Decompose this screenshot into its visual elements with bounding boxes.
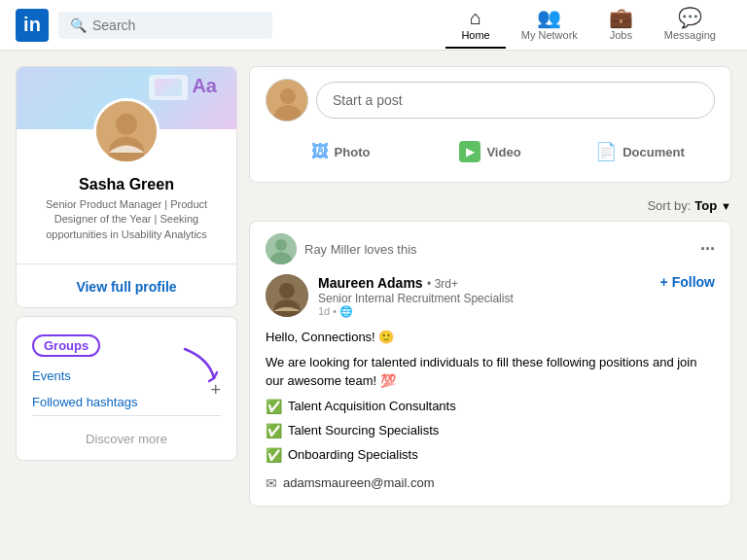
svg-point-10 (279, 283, 295, 298)
sort-chevron-icon[interactable]: ▼ (721, 200, 731, 212)
divider-1 (17, 263, 236, 264)
sort-bar: Sort by: Top ▼ (249, 191, 731, 221)
create-post-card: Start a post 🖼 Photo ▶ Video 📄 Document (249, 66, 731, 183)
hashtags-link[interactable]: Followed hashtags (32, 389, 137, 415)
banner-design: Aa (149, 75, 217, 100)
photo-action-button[interactable]: 🖼 Photo (266, 133, 415, 170)
post-card: Ray Miller loves this ··· Maureen Ada (249, 221, 731, 507)
post-greeting: Hello, Connections! 🙂 (266, 328, 715, 347)
email-icon: ✉ (266, 473, 277, 494)
profile-card: Aa Sasha Green Senior Product Manager | … (16, 66, 237, 308)
top-navigation: in 🔍 ⌂ Home 👥 My Network 💼 Jobs 💬 Messag… (0, 0, 747, 51)
photo-icon: 🖼 (311, 142, 329, 162)
links-card: Groups Events Followed hashtags + Discov… (16, 316, 237, 461)
post-activity-row: Ray Miller loves this ··· (266, 233, 715, 264)
banner-aa-text: Aa (192, 75, 217, 100)
svg-point-1 (116, 114, 137, 135)
follow-button[interactable]: + Follow (660, 274, 715, 290)
video-icon: ▶ (459, 141, 480, 162)
search-icon: 🔍 (70, 18, 87, 33)
author-badge: • 3rd+ (427, 277, 458, 291)
positions-list: ✅ Talent Acquisition Consultants ✅ Talen… (266, 397, 715, 466)
author-name-row: Maureen Adams • 3rd+ (318, 274, 651, 292)
author-meta: 1d • 🌐 (318, 305, 651, 318)
feed-area: Start a post 🖼 Photo ▶ Video 📄 Document … (249, 66, 731, 507)
nav-item-jobs[interactable]: 💼 Jobs (593, 2, 649, 49)
arrow-icon (180, 344, 229, 383)
profile-name: Sasha Green (32, 176, 221, 193)
svg-point-7 (275, 239, 287, 251)
user-avatar-small (266, 79, 308, 122)
main-content: Aa Sasha Green Senior Product Manager | … (0, 51, 747, 522)
more-options-button[interactable]: ··· (700, 239, 715, 260)
author-title: Senior Internal Recruitment Specialist (318, 292, 651, 305)
post-content: Hello, Connections! 🙂 We are looking for… (266, 328, 715, 494)
post-author-row: Maureen Adams • 3rd+ Senior Internal Rec… (266, 274, 715, 318)
profile-info: Sasha Green Senior Product Manager | Pro… (17, 172, 236, 263)
view-full-profile-link[interactable]: View full profile (76, 279, 176, 295)
messaging-icon: 💬 (678, 8, 702, 27)
profile-tagline: Senior Product Manager | Product Designe… (32, 197, 221, 242)
activity-info: Ray Miller loves this (266, 233, 417, 264)
left-sidebar: Aa Sasha Green Senior Product Manager | … (16, 66, 237, 507)
sort-label: Sort by: (647, 198, 691, 213)
start-post-input[interactable]: Start a post (316, 82, 715, 119)
linkedin-logo[interactable]: in (16, 9, 49, 42)
sort-value[interactable]: Top (694, 198, 717, 213)
banner-card-1 (149, 75, 188, 100)
activity-text: Ray Miller loves this (304, 242, 417, 257)
discover-more-link[interactable]: Discover more (32, 424, 221, 448)
svg-point-4 (280, 88, 296, 104)
create-post-top: Start a post (266, 79, 715, 122)
groups-link[interactable]: Groups (32, 329, 221, 363)
video-action-button[interactable]: ▶ Video (415, 133, 565, 170)
post-body: We are looking for talented individuals … (266, 353, 715, 391)
avatar[interactable] (93, 98, 160, 164)
home-icon: ⌂ (470, 8, 481, 27)
divider-2 (32, 415, 221, 416)
nav-item-network[interactable]: 👥 My Network (506, 2, 593, 49)
main-nav: ⌂ Home 👥 My Network 💼 Jobs 💬 Messaging (445, 2, 731, 49)
author-info: Maureen Adams • 3rd+ Senior Internal Rec… (318, 274, 651, 318)
document-icon: 📄 (595, 141, 617, 162)
email-address[interactable]: adamsmaureen@mail.com (283, 473, 435, 493)
nav-item-home[interactable]: ⌂ Home (445, 2, 505, 49)
nav-item-messaging[interactable]: 💬 Messaging (649, 2, 731, 49)
check-icon-1: ✅ (266, 397, 282, 417)
position-item-1: ✅ Talent Acquisition Consultants (266, 397, 715, 417)
position-item-2: ✅ Talent Sourcing Specialists (266, 421, 715, 441)
activity-avatar (266, 233, 297, 264)
author-avatar[interactable] (266, 274, 308, 317)
view-profile-section: View full profile (17, 272, 236, 307)
groups-label[interactable]: Groups (32, 334, 100, 357)
position-item-3: ✅ Onboarding Specialists (266, 445, 715, 466)
network-icon: 👥 (537, 8, 561, 27)
check-icon-3: ✅ (266, 445, 282, 466)
author-name[interactable]: Maureen Adams (318, 275, 423, 291)
jobs-icon: 💼 (609, 8, 633, 27)
check-icon-2: ✅ (266, 421, 282, 441)
search-bar[interactable]: 🔍 (58, 12, 272, 39)
search-input[interactable] (92, 18, 261, 33)
events-link[interactable]: Events (32, 363, 137, 389)
post-actions: 🖼 Photo ▶ Video 📄 Document (266, 133, 715, 170)
email-row: ✉ adamsmaureen@mail.com (266, 473, 715, 494)
document-action-button[interactable]: 📄 Document (565, 133, 715, 170)
